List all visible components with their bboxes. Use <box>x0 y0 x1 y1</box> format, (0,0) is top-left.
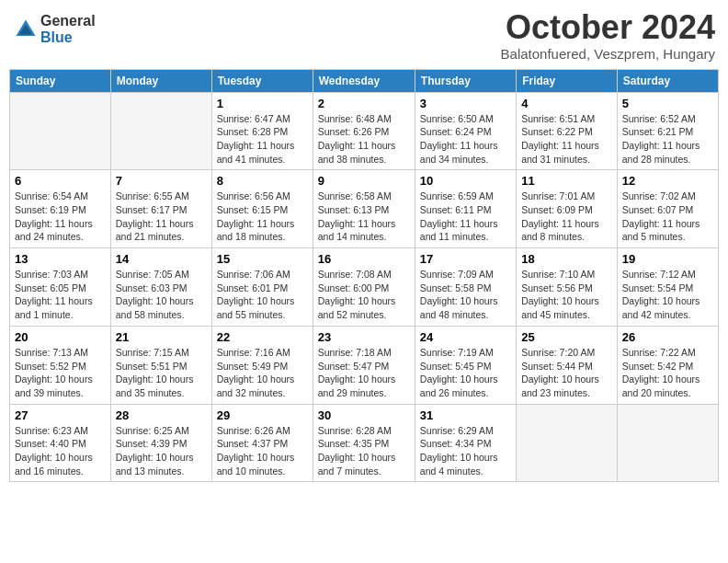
day-info: Sunrise: 6:23 AM Sunset: 4:40 PM Dayligh… <box>15 424 106 478</box>
day-cell: 18Sunrise: 7:10 AM Sunset: 5:56 PM Dayli… <box>517 248 618 327</box>
day-cell: 14Sunrise: 7:05 AM Sunset: 6:03 PM Dayli… <box>110 248 211 327</box>
day-info: Sunrise: 7:05 AM Sunset: 6:03 PM Dayligh… <box>116 268 207 322</box>
day-info: Sunrise: 6:47 AM Sunset: 6:28 PM Dayligh… <box>217 112 308 167</box>
header-cell-friday: Friday <box>517 69 618 92</box>
day-number: 12 <box>622 174 713 188</box>
week-row-5: 27Sunrise: 6:23 AM Sunset: 4:40 PM Dayli… <box>10 404 719 482</box>
day-number: 29 <box>217 408 308 422</box>
day-info: Sunrise: 6:58 AM Sunset: 6:13 PM Dayligh… <box>318 190 410 244</box>
day-cell: 13Sunrise: 7:03 AM Sunset: 6:05 PM Dayli… <box>10 248 111 327</box>
week-row-1: 1Sunrise: 6:47 AM Sunset: 6:28 PM Daylig… <box>10 92 719 170</box>
header-cell-thursday: Thursday <box>415 69 516 92</box>
day-number: 14 <box>116 252 207 266</box>
day-cell: 26Sunrise: 7:22 AM Sunset: 5:42 PM Dayli… <box>617 326 718 404</box>
day-cell: 30Sunrise: 6:28 AM Sunset: 4:35 PM Dayli… <box>313 404 415 482</box>
week-row-3: 13Sunrise: 7:03 AM Sunset: 6:05 PM Dayli… <box>10 248 719 327</box>
title-block: October 2024 Balatonfuered, Veszprem, Hu… <box>501 9 715 62</box>
day-number: 7 <box>116 174 207 188</box>
day-info: Sunrise: 7:19 AM Sunset: 5:45 PM Dayligh… <box>420 346 511 400</box>
header-cell-saturday: Saturday <box>617 69 718 92</box>
day-cell: 27Sunrise: 6:23 AM Sunset: 4:40 PM Dayli… <box>10 404 111 482</box>
day-info: Sunrise: 6:25 AM Sunset: 4:39 PM Dayligh… <box>116 424 207 478</box>
day-info: Sunrise: 7:06 AM Sunset: 6:01 PM Dayligh… <box>217 268 308 322</box>
calendar-table: SundayMondayTuesdayWednesdayThursdayFrid… <box>9 69 719 483</box>
day-number: 30 <box>318 408 410 422</box>
logo-blue-text: Blue <box>40 29 96 46</box>
day-number: 6 <box>15 174 106 188</box>
day-number: 26 <box>622 330 713 344</box>
day-cell: 10Sunrise: 6:59 AM Sunset: 6:11 PM Dayli… <box>415 170 516 248</box>
day-info: Sunrise: 6:29 AM Sunset: 4:34 PM Dayligh… <box>420 424 511 478</box>
day-cell: 17Sunrise: 7:09 AM Sunset: 5:58 PM Dayli… <box>415 248 516 327</box>
day-cell: 8Sunrise: 6:56 AM Sunset: 6:15 PM Daylig… <box>211 170 313 248</box>
day-info: Sunrise: 7:02 AM Sunset: 6:07 PM Dayligh… <box>622 190 713 244</box>
day-cell: 22Sunrise: 7:16 AM Sunset: 5:49 PM Dayli… <box>211 326 313 404</box>
day-info: Sunrise: 6:54 AM Sunset: 6:19 PM Dayligh… <box>15 190 106 244</box>
day-cell: 29Sunrise: 6:26 AM Sunset: 4:37 PM Dayli… <box>211 404 313 482</box>
day-cell <box>10 92 111 170</box>
day-cell: 9Sunrise: 6:58 AM Sunset: 6:13 PM Daylig… <box>313 170 415 248</box>
day-info: Sunrise: 6:56 AM Sunset: 6:15 PM Dayligh… <box>217 190 308 244</box>
day-number: 21 <box>116 330 207 344</box>
day-number: 15 <box>217 252 308 266</box>
day-cell <box>617 404 718 482</box>
day-cell: 20Sunrise: 7:13 AM Sunset: 5:52 PM Dayli… <box>10 326 111 404</box>
day-number: 16 <box>318 252 410 266</box>
day-cell: 3Sunrise: 6:50 AM Sunset: 6:24 PM Daylig… <box>415 92 516 170</box>
day-number: 31 <box>420 408 511 422</box>
day-cell: 25Sunrise: 7:20 AM Sunset: 5:44 PM Dayli… <box>517 326 618 404</box>
day-cell <box>110 92 211 170</box>
day-info: Sunrise: 7:10 AM Sunset: 5:56 PM Dayligh… <box>521 268 612 322</box>
day-cell: 1Sunrise: 6:47 AM Sunset: 6:28 PM Daylig… <box>211 92 313 170</box>
day-cell: 4Sunrise: 6:51 AM Sunset: 6:22 PM Daylig… <box>517 92 618 170</box>
day-info: Sunrise: 7:16 AM Sunset: 5:49 PM Dayligh… <box>217 346 308 400</box>
day-cell: 23Sunrise: 7:18 AM Sunset: 5:47 PM Dayli… <box>313 326 415 404</box>
day-number: 5 <box>622 97 713 110</box>
header-cell-tuesday: Tuesday <box>211 69 313 92</box>
logo-general-text: General <box>40 13 96 29</box>
day-number: 10 <box>420 174 511 188</box>
week-row-2: 6Sunrise: 6:54 AM Sunset: 6:19 PM Daylig… <box>10 170 719 248</box>
day-cell: 15Sunrise: 7:06 AM Sunset: 6:01 PM Dayli… <box>211 248 313 327</box>
day-info: Sunrise: 7:03 AM Sunset: 6:05 PM Dayligh… <box>15 268 106 322</box>
day-info: Sunrise: 6:51 AM Sunset: 6:22 PM Dayligh… <box>521 112 612 167</box>
day-cell: 5Sunrise: 6:52 AM Sunset: 6:21 PM Daylig… <box>617 92 718 170</box>
day-info: Sunrise: 7:18 AM Sunset: 5:47 PM Dayligh… <box>318 346 410 400</box>
day-info: Sunrise: 6:59 AM Sunset: 6:11 PM Dayligh… <box>420 190 511 244</box>
day-number: 25 <box>521 330 612 344</box>
day-cell <box>517 404 618 482</box>
day-cell: 28Sunrise: 6:25 AM Sunset: 4:39 PM Dayli… <box>110 404 211 482</box>
day-info: Sunrise: 6:50 AM Sunset: 6:24 PM Dayligh… <box>420 112 511 167</box>
day-number: 17 <box>420 252 511 266</box>
day-cell: 6Sunrise: 6:54 AM Sunset: 6:19 PM Daylig… <box>10 170 111 248</box>
day-number: 2 <box>318 97 410 110</box>
location-subtitle: Balatonfuered, Veszprem, Hungary <box>501 46 715 62</box>
day-info: Sunrise: 7:01 AM Sunset: 6:09 PM Dayligh… <box>521 190 612 244</box>
day-cell: 19Sunrise: 7:12 AM Sunset: 5:54 PM Dayli… <box>617 248 718 327</box>
day-info: Sunrise: 6:55 AM Sunset: 6:17 PM Dayligh… <box>116 190 207 244</box>
header-cell-wednesday: Wednesday <box>313 69 415 92</box>
day-cell: 16Sunrise: 7:08 AM Sunset: 6:00 PM Dayli… <box>313 248 415 327</box>
day-number: 9 <box>318 174 410 188</box>
day-info: Sunrise: 7:12 AM Sunset: 5:54 PM Dayligh… <box>622 268 713 322</box>
day-number: 8 <box>217 174 308 188</box>
day-number: 18 <box>521 252 612 266</box>
header-cell-monday: Monday <box>110 69 211 92</box>
day-cell: 7Sunrise: 6:55 AM Sunset: 6:17 PM Daylig… <box>110 170 211 248</box>
day-info: Sunrise: 6:48 AM Sunset: 6:26 PM Dayligh… <box>318 112 410 167</box>
day-number: 27 <box>15 408 106 422</box>
day-number: 20 <box>15 330 106 344</box>
day-number: 13 <box>15 252 106 266</box>
day-number: 23 <box>318 330 410 344</box>
day-cell: 31Sunrise: 6:29 AM Sunset: 4:34 PM Dayli… <box>415 404 516 482</box>
page-header: General Blue October 2024 Balatonfuered,… <box>9 9 719 62</box>
day-cell: 12Sunrise: 7:02 AM Sunset: 6:07 PM Dayli… <box>617 170 718 248</box>
week-row-4: 20Sunrise: 7:13 AM Sunset: 5:52 PM Dayli… <box>10 326 719 404</box>
day-number: 1 <box>217 97 308 110</box>
day-cell: 21Sunrise: 7:15 AM Sunset: 5:51 PM Dayli… <box>110 326 211 404</box>
day-cell: 2Sunrise: 6:48 AM Sunset: 6:26 PM Daylig… <box>313 92 415 170</box>
day-number: 3 <box>420 97 511 110</box>
day-number: 22 <box>217 330 308 344</box>
month-title: October 2024 <box>501 9 715 46</box>
day-cell: 11Sunrise: 7:01 AM Sunset: 6:09 PM Dayli… <box>517 170 618 248</box>
